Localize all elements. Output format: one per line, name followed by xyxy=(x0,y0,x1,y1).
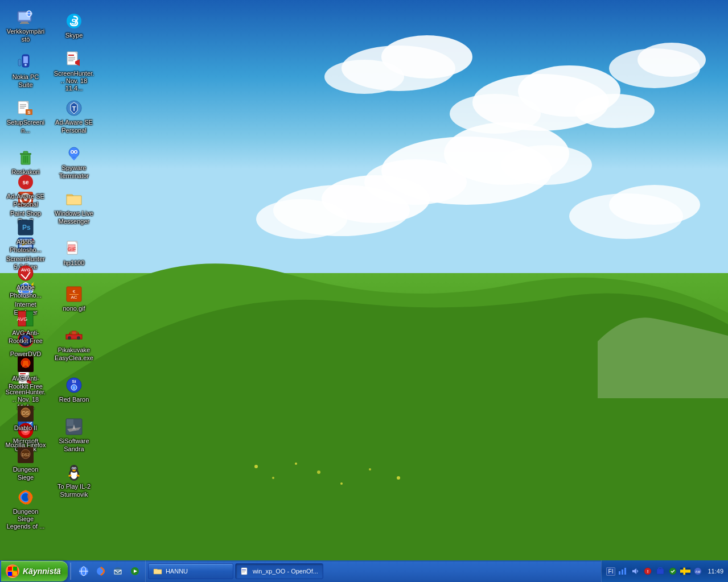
svg-text:!: ! xyxy=(647,569,649,574)
quick-launch-area xyxy=(73,560,146,582)
svg-rect-166 xyxy=(657,569,664,574)
svg-point-102 xyxy=(68,336,71,340)
svg-text:AM: AM xyxy=(696,570,701,573)
quick-firefox-icon[interactable] xyxy=(93,563,109,579)
icon-dungeon-siege-legends[interactable]: DS2 Dungeon Siege xyxy=(3,441,48,486)
svg-point-24 xyxy=(340,482,343,485)
icon-mozilla-firefox[interactable]: Dungeon Siege Legends of ... xyxy=(3,486,48,532)
svg-rect-78 xyxy=(68,55,74,56)
svg-text:DS2: DS2 xyxy=(22,453,30,457)
svg-text:S: S xyxy=(27,110,31,115)
icon-screenhunter-nov2[interactable]: ScreenHunter... Nov. 18 11.4... xyxy=(51,48,97,94)
icon-diablo-ii[interactable]: AVG Anti-Rootkit Free xyxy=(3,350,48,395)
wallpaper xyxy=(0,0,728,560)
pikakuvake-icon: €AC xyxy=(65,285,83,303)
svg-rect-144 xyxy=(8,567,12,571)
svg-point-5 xyxy=(575,94,655,128)
taskbar-divider xyxy=(70,563,71,580)
svg-text:S: S xyxy=(71,17,76,26)
svg-text:se: se xyxy=(22,179,29,185)
dungeon-siege-label: Diablo II xyxy=(14,424,37,432)
icon-dungeon-siege[interactable]: DS Diablo II xyxy=(3,395,48,441)
svg-rect-96 xyxy=(69,294,79,295)
icon-sisoftware-sandra[interactable]: Sii Red Baron xyxy=(51,367,97,412)
icon-avg-anti-rootkit[interactable]: AVG AVG Anti-Rootkit Free xyxy=(3,304,48,350)
quick-thunderbird-icon[interactable] xyxy=(110,563,126,579)
svg-point-21 xyxy=(272,477,274,479)
nono-gif-icon: GIF xyxy=(65,240,83,258)
taskbar: Käynnistä HANNU xyxy=(0,560,728,582)
tray-security3-icon[interactable] xyxy=(668,566,678,576)
svg-point-116 xyxy=(75,468,76,469)
tray-security1-icon[interactable]: ! xyxy=(643,566,653,576)
verkkoymparisto-label: Verkkoympäristö xyxy=(5,28,46,43)
dungeon-siege-legends-icon: DS2 xyxy=(17,446,35,464)
icon-spyware-terminator[interactable]: T Ad-Aware SE Personal xyxy=(51,94,97,139)
icon-ad-aware[interactable]: se Ad-Aware SE Personal xyxy=(3,168,48,213)
icon-verkkoymparisto[interactable]: Verkkoympäristö xyxy=(3,3,48,48)
avg-anti-rootkit-icon: AVG xyxy=(17,309,35,328)
icon-nokia-pc-suite[interactable]: Nokia PC Suite xyxy=(3,48,48,94)
svg-rect-30 xyxy=(20,23,29,24)
start-label: Käynnistä xyxy=(23,567,61,576)
spyware-terminator-label: Ad-Aware SE Personal xyxy=(54,119,94,134)
icon-adobe-photoshop[interactable]: Ps Adobe Photosho... xyxy=(3,213,48,259)
dungeon-siege-legends-label: Dungeon Siege xyxy=(5,466,46,481)
start-button[interactable]: Käynnistä xyxy=(1,561,68,581)
svg-rect-46 xyxy=(23,151,28,154)
icon-windows-live-messenger[interactable]: Spyware Terminator xyxy=(51,139,97,185)
mozilla-firefox-icon xyxy=(17,488,35,506)
setupscreeninfo-icon: S xyxy=(17,99,35,117)
svg-rect-161 xyxy=(622,569,623,575)
tray-flag-icon[interactable] xyxy=(680,566,690,576)
screenhunter-nov2-label: ScreenHunter... Nov. 18 11.4... xyxy=(54,70,94,93)
svg-marker-101 xyxy=(77,331,80,335)
svg-rect-79 xyxy=(68,57,75,58)
desktop: Verkkoympäristö Nokia PC Suite S SetupSc… xyxy=(0,0,728,560)
svg-point-115 xyxy=(72,468,73,469)
svg-point-88 xyxy=(72,151,73,153)
tray-audio-icon[interactable] xyxy=(630,566,640,576)
icon-hp1100[interactable]: Windows Live Messenger xyxy=(51,185,97,230)
system-clock[interactable]: 11:49 xyxy=(705,568,723,575)
svg-rect-158 xyxy=(242,571,246,571)
nono-gif-label: hp1100 xyxy=(64,259,85,267)
icon-tuxracer[interactable]: To Play IL-2 Sturmovik xyxy=(51,458,97,503)
svg-point-8 xyxy=(324,60,404,94)
svg-rect-160 xyxy=(619,571,620,575)
icon-pikakuvake[interactable]: €AC nono.gif xyxy=(51,276,97,321)
red-baron-icon xyxy=(65,327,83,345)
quick-ie-icon[interactable] xyxy=(76,563,92,579)
svg-point-20 xyxy=(254,465,258,468)
red-baron-label: Pikakuvake EasyClea.exe xyxy=(54,346,94,361)
taskbar-task-hannu[interactable]: HANNU xyxy=(148,563,233,579)
hp1100-label: Windows Live Messenger xyxy=(54,210,94,225)
ad-aware-label: Ad-Aware SE Personal xyxy=(5,193,46,208)
taskbar-task-openoffice[interactable]: win_xp_OO - OpenOf... xyxy=(235,563,323,579)
quick-media-icon[interactable] xyxy=(127,563,143,579)
avg75-icon: AVG xyxy=(17,264,35,282)
icon-to-play-il2[interactable]: SiSoftware Sandra xyxy=(51,412,97,458)
diablo-ii-icon xyxy=(17,355,35,373)
icon-nono-gif[interactable]: GIF hp1100 xyxy=(51,230,97,276)
skype-icon: S xyxy=(65,12,83,30)
svg-point-112 xyxy=(70,465,78,473)
svg-text:AVG: AVG xyxy=(17,316,27,322)
svg-rect-157 xyxy=(242,569,246,570)
language-indicator: FI xyxy=(606,567,616,576)
svg-text:T: T xyxy=(72,105,76,112)
tray-security2-icon[interactable] xyxy=(655,566,665,576)
icon-avg75[interactable]: AVG Adobe Photosho... xyxy=(3,259,48,304)
openoffice-icon xyxy=(240,567,249,576)
svg-rect-80 xyxy=(68,59,75,60)
taskbar-tasks-area: HANNU win_xp_OO - OpenOf... xyxy=(146,560,601,582)
tray-network-icon[interactable] xyxy=(618,566,628,576)
svg-text:€: € xyxy=(73,289,76,294)
icons-ad-aware-col: se Ad-Aware SE Personal Ps Adobe Photosh… xyxy=(0,165,51,535)
icon-setupscreeninfo[interactable]: S SetupScreenin... xyxy=(3,94,48,139)
svg-point-14 xyxy=(501,145,592,185)
verkkoymparisto-icon xyxy=(17,8,35,26)
icon-skype[interactable]: S Skype xyxy=(51,3,97,48)
icon-red-baron[interactable]: Pikakuvake EasyClea.exe xyxy=(51,321,97,367)
svg-rect-37 xyxy=(18,59,21,66)
